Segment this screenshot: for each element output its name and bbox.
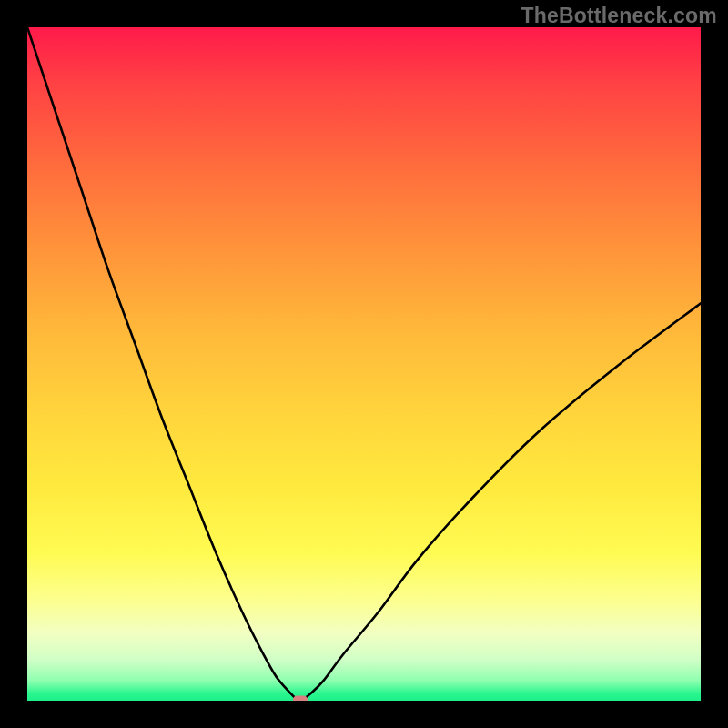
chart-frame: TheBottleneck.com (0, 0, 728, 728)
plot-area (27, 27, 701, 701)
bottleneck-curve (27, 27, 701, 701)
watermark-text: TheBottleneck.com (521, 4, 717, 28)
minimum-marker (293, 695, 308, 701)
curve-path (27, 27, 701, 700)
